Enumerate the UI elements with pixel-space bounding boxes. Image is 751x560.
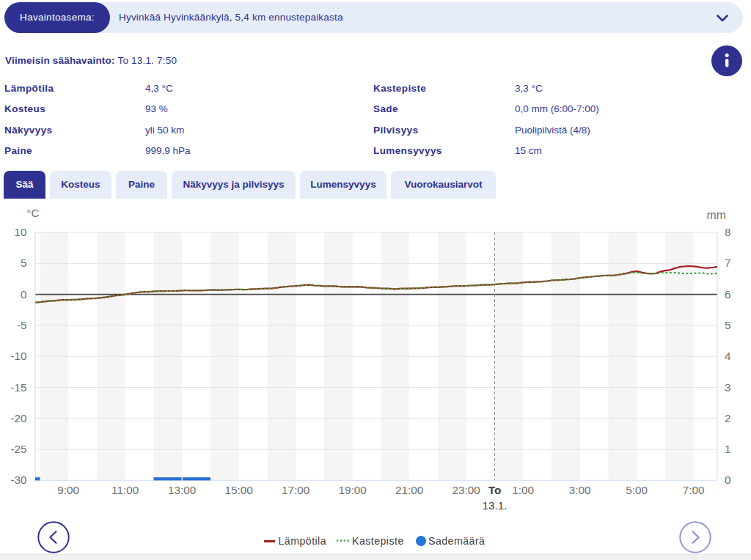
svg-text:5: 5 — [21, 257, 27, 269]
svg-text:13:00: 13:00 — [168, 484, 196, 496]
svg-text:5:00: 5:00 — [626, 484, 648, 496]
svg-text:5: 5 — [725, 319, 731, 331]
svg-text:-15: -15 — [10, 381, 26, 394]
svg-text:17:00: 17:00 — [282, 484, 309, 496]
svg-text:4: 4 — [725, 350, 731, 362]
svg-text:6: 6 — [725, 288, 731, 301]
svg-text:3:00: 3:00 — [569, 484, 591, 496]
svg-text:1: 1 — [725, 443, 731, 455]
svg-text:°C: °C — [26, 207, 39, 219]
svg-text:23:00: 23:00 — [453, 484, 480, 496]
svg-text:-10: -10 — [10, 350, 26, 362]
svg-text:11:00: 11:00 — [111, 484, 139, 496]
svg-text:3: 3 — [725, 381, 731, 394]
svg-text:mm: mm — [707, 209, 726, 221]
svg-text:8: 8 — [725, 226, 731, 238]
svg-text:7: 7 — [725, 257, 731, 269]
svg-text:1:00: 1:00 — [512, 484, 534, 496]
svg-text:21:00: 21:00 — [395, 484, 423, 496]
svg-text:9:00: 9:00 — [57, 484, 79, 496]
svg-text:To: To — [488, 484, 502, 496]
svg-text:-30: -30 — [10, 474, 26, 486]
svg-text:15:00: 15:00 — [225, 484, 253, 496]
svg-text:2: 2 — [725, 412, 731, 424]
svg-text:0: 0 — [725, 474, 731, 486]
svg-text:-25: -25 — [10, 443, 26, 455]
svg-text:13.1.: 13.1. — [482, 499, 507, 512]
svg-text:0: 0 — [21, 288, 27, 301]
svg-text:-5: -5 — [17, 319, 27, 331]
svg-text:-20: -20 — [10, 412, 26, 424]
svg-text:19:00: 19:00 — [339, 484, 367, 496]
svg-text:10: 10 — [14, 226, 26, 238]
svg-text:7:00: 7:00 — [683, 484, 705, 496]
